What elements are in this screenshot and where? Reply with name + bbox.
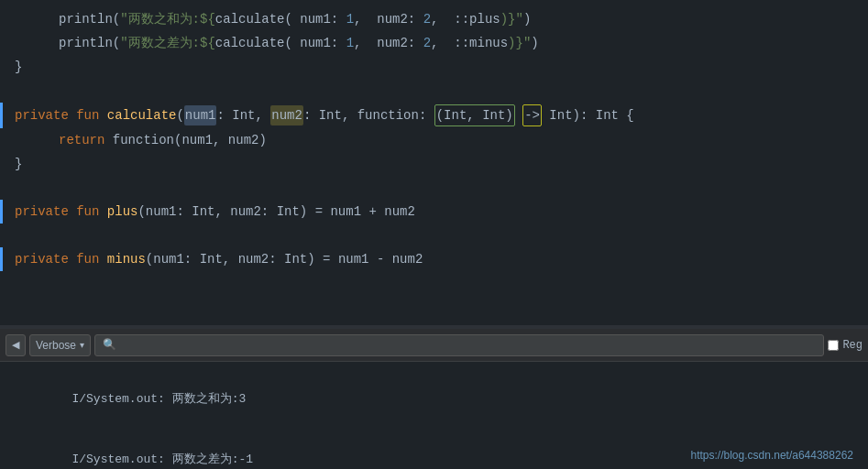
- code-line-2: println("两数之差为:${calculate( num1: 1, num…: [0, 31, 868, 55]
- url-label: https://blog.csdn.net/a644388262: [691, 449, 853, 462]
- verbose-dropdown[interactable]: Verbose ▾: [29, 334, 91, 356]
- output-line-1: I/System.out: 两数之和为:3: [15, 369, 853, 430]
- toolbar: ◀ Verbose ▾ Reg: [0, 329, 868, 362]
- code-line-10: [0, 224, 868, 247]
- bottom-panel: ◀ Verbose ▾ Reg I/System.out: 两数之和为:3 I/…: [0, 329, 868, 469]
- code-line-6: return function(num1, num2): [0, 128, 868, 152]
- output-value-2: 两数之差为:-1: [172, 453, 253, 466]
- left-arrow-icon: ◀: [12, 339, 19, 351]
- left-arrow-button[interactable]: ◀: [5, 334, 26, 356]
- code-line-9: private fun plus(num1: Int, num2: Int) =…: [0, 200, 868, 224]
- code-line-4: [0, 79, 868, 103]
- search-input[interactable]: [94, 334, 824, 356]
- code-line-7: }: [0, 152, 868, 176]
- code-editor: println("两数之和为:${calculate( num1: 1, num…: [0, 0, 868, 325]
- regex-checkbox-label[interactable]: Reg: [828, 339, 863, 352]
- code-line-11: private fun minus(num1: Int, num2: Int) …: [0, 247, 868, 271]
- regex-label: Reg: [842, 339, 863, 352]
- regex-checkbox[interactable]: [828, 340, 839, 351]
- code-line-3: }: [0, 55, 868, 79]
- output-value-1: 两数之和为:3: [172, 392, 247, 406]
- code-line-5: private fun calculate(num1: Int, num2: I…: [0, 103, 868, 128]
- code-line-8: [0, 176, 868, 200]
- code-line-1: println("两数之和为:${calculate( num1: 1, num…: [0, 7, 868, 31]
- output-label-2: I/System.out:: [71, 453, 171, 466]
- output-label-1: I/System.out:: [71, 392, 171, 406]
- verbose-label: Verbose: [36, 339, 76, 352]
- verbose-arrow-icon: ▾: [80, 340, 84, 350]
